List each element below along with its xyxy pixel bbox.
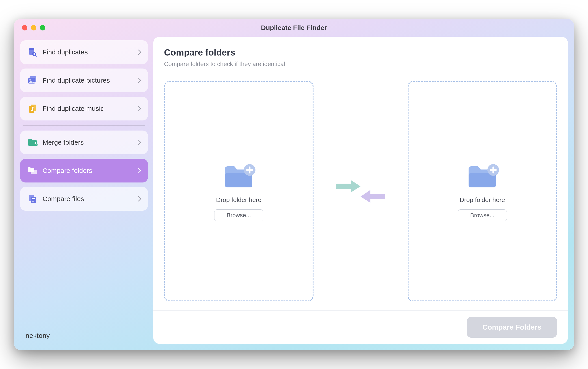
sidebar-item-label: Find duplicates: [39, 48, 137, 56]
drop-area: Drop folder here Browse...: [153, 73, 568, 310]
dropzone-right-label: Drop folder here: [460, 196, 505, 204]
sidebar: Find duplicates Find duplicate pictures: [20, 37, 148, 344]
browse-right-button[interactable]: Browse...: [458, 209, 507, 221]
compare-arrows-icon: [314, 81, 408, 301]
folder-merge-icon: [26, 138, 39, 147]
page-title: Compare folders: [164, 48, 557, 58]
browse-left-button[interactable]: Browse...: [214, 209, 263, 221]
chevron-right-icon: [137, 49, 142, 55]
dropzone-left[interactable]: Drop folder here Browse...: [164, 81, 314, 301]
svg-point-6: [29, 79, 31, 81]
sidebar-item-find-duplicate-pictures[interactable]: Find duplicate pictures: [20, 69, 148, 92]
sidebar-item-find-duplicate-music[interactable]: Find duplicate music: [20, 97, 148, 121]
sidebar-item-find-duplicates[interactable]: Find duplicates: [20, 40, 148, 64]
chevron-right-icon: [137, 167, 142, 174]
folder-add-icon: [221, 162, 257, 191]
titlebar: Duplicate File Finder: [14, 19, 574, 37]
main-footer: Compare Folders: [153, 310, 568, 344]
svg-rect-8: [29, 106, 34, 113]
files-compare-icon: [26, 194, 39, 204]
chevron-right-icon: [137, 105, 142, 112]
sidebar-item-compare-folders[interactable]: Compare folders: [20, 159, 148, 183]
pictures-icon: [26, 76, 39, 85]
window-body: Find duplicates Find duplicate pictures: [14, 37, 574, 350]
doc-search-icon: [26, 47, 39, 57]
sidebar-item-label: Find duplicate pictures: [39, 77, 137, 84]
window-title: Duplicate File Finder: [14, 24, 574, 31]
sidebar-item-label: Compare folders: [39, 167, 137, 174]
sidebar-item-label: Compare files: [39, 195, 137, 203]
chevron-right-icon: [137, 139, 142, 145]
main-panel: Compare folders Compare folders to check…: [153, 37, 568, 344]
sidebar-item-label: Merge folders: [39, 139, 137, 146]
folder-add-icon: [464, 162, 500, 191]
svg-rect-20: [336, 184, 352, 189]
folder-compare-icon: [26, 166, 39, 175]
app-window: Duplicate File Finder Find duplicates: [14, 19, 574, 350]
music-icon: [26, 104, 39, 113]
svg-line-3: [35, 55, 36, 56]
sidebar-divider: [23, 125, 145, 126]
chevron-right-icon: [137, 196, 142, 202]
dropzone-right[interactable]: Drop folder here Browse...: [408, 81, 557, 301]
sidebar-item-merge-folders[interactable]: Merge folders: [20, 131, 148, 154]
main-header: Compare folders Compare folders to check…: [153, 37, 568, 73]
svg-marker-21: [351, 180, 361, 193]
sidebar-item-compare-files[interactable]: Compare files: [20, 187, 148, 211]
svg-point-9: [31, 110, 33, 112]
chevron-right-icon: [137, 77, 142, 83]
svg-rect-1: [29, 48, 34, 50]
page-subtitle: Compare folders to check if they are ide…: [164, 61, 557, 68]
sidebar-item-label: Find duplicate music: [39, 105, 137, 113]
svg-rect-22: [369, 194, 385, 199]
dropzone-left-label: Drop folder here: [216, 196, 261, 204]
brand-logo: nektony: [20, 332, 148, 344]
svg-marker-23: [361, 190, 370, 203]
compare-folders-button[interactable]: Compare Folders: [467, 317, 557, 338]
